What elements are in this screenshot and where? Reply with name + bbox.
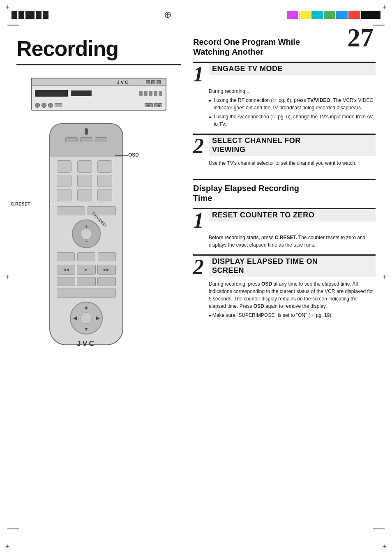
vcr-circle-btn-1 — [35, 103, 40, 108]
vcr-transport-buttons — [139, 91, 162, 96]
remote-wide-row-2 — [50, 251, 122, 263]
section1-heading: Record One Program While Watching Anothe… — [193, 37, 376, 57]
remote-top-buttons — [65, 137, 107, 142]
vcr-body: JVC — [31, 78, 166, 111]
step2-title-block: SELECT CHANNEL FOR VIEWING — [209, 135, 376, 156]
color-block-black — [361, 11, 380, 19]
remote-num-btn-3 — [97, 160, 112, 173]
remote-small-btn-3 — [95, 137, 107, 142]
section2-step1-container: 1 RESET COUNTER TO ZERO Before recording… — [193, 208, 376, 253]
step1-container: 1 ENGAGE TV MODE During recording... If … — [193, 62, 376, 132]
right-column: Record One Program While Watching Anothe… — [193, 37, 376, 325]
step1-bullet-1: If using the RF connection (☞ pg. 6), pr… — [209, 97, 376, 111]
step1-header: 1 ENGAGE TV MODE — [193, 63, 376, 85]
color-block-green — [324, 11, 335, 19]
remote-transport-row: ◀◀ ▶ ▶▶ — [50, 263, 122, 276]
remote-up-arrow-icon: ▲ — [84, 304, 89, 310]
vcr-track-btn-rev: |◀ — [154, 103, 162, 107]
step1-subtitle: During recording... — [209, 88, 376, 95]
vcr-transport-btn-3 — [149, 91, 152, 96]
vcr-transport-btn-2 — [144, 91, 148, 96]
remote-number-grid — [50, 157, 122, 205]
remote-num-btn-1 — [57, 160, 71, 173]
osd-label: OSD — [128, 152, 139, 158]
registration-mark-mr: + — [383, 273, 387, 281]
section2-step2-content: During recording, press OSD at any time … — [193, 278, 376, 323]
section2-step1-title-block: RESET COUNTER TO ZERO — [209, 209, 376, 222]
vcr-small-buttons — [146, 80, 161, 84]
remote-brand-label: JVC — [50, 337, 122, 351]
remote-btn-play: ▶ — [77, 265, 95, 275]
step2-number: 2 — [193, 135, 209, 157]
remote-btn-pause — [97, 277, 116, 286]
vcr-illustration: JVC — [29, 74, 168, 119]
vcr-transport-btn-1 — [139, 91, 143, 96]
remote-small-btn-2 — [80, 137, 92, 142]
remote-dir-center — [81, 312, 92, 324]
section2-step1-text: Before recording starts, press C.RESET. … — [209, 234, 376, 249]
remote-btn-stop — [77, 277, 95, 286]
vcr-middle-row — [32, 86, 166, 101]
vcr-track-area: ▶| |◀ — [145, 103, 162, 107]
remote-top-section — [50, 124, 122, 157]
remote-right-arrow-icon: ▶ — [96, 315, 99, 321]
remote-illustration: + − ◀◀ ▶ ▶▶ ▲ ▼ ◀ — [41, 123, 131, 353]
vcr-display — [71, 90, 92, 96]
top-bar: ⊕ — [7, 7, 385, 22]
section2-step2-header: 2 DISPLAY ELAPSED TIME ON SCREEN — [193, 256, 376, 278]
step1-number: 1 — [193, 63, 209, 85]
color-block-yellow — [299, 11, 311, 19]
section2-step2-container: 2 DISPLAY ELAPSED TIME ON SCREEN During … — [193, 254, 376, 323]
step1-content: During recording... If using the RF conn… — [193, 85, 376, 132]
top-center-crosshair: ⊕ — [48, 10, 287, 19]
color-block-cyan — [311, 11, 323, 19]
step2-title: SELECT CHANNEL FOR VIEWING — [212, 136, 372, 154]
remote-btn-rec — [57, 277, 75, 286]
remote-wide-btn-1 — [57, 206, 85, 215]
section2-step2-title: DISPLAY ELAPSED TIME ON SCREEN — [212, 257, 372, 275]
remote-left-arrow-icon: ◀ — [73, 315, 77, 321]
remote-num-btn-4 — [57, 175, 71, 187]
top-bar-left-strips — [12, 11, 48, 19]
remote-num-btn-9 — [97, 189, 112, 201]
section2: Display Elapsed Recording Time 1 RESET C… — [193, 179, 376, 323]
creset-label: C.RESET — [11, 201, 30, 206]
vcr-tape-slot — [35, 90, 68, 97]
remote-dial-center — [81, 228, 92, 240]
main-title: Recording — [16, 37, 181, 65]
remote-stop-row — [50, 276, 122, 287]
step1-title: ENGAGE TV MODE — [212, 65, 372, 74]
remote-btn-ff: ▶▶ — [97, 265, 116, 275]
remote-num-btn-8 — [77, 189, 92, 201]
vcr-rect-btn-1 — [55, 103, 62, 107]
step2-text: Use the TV's channel selector to set the… — [209, 159, 376, 167]
center-crosshair-icon: ⊕ — [164, 10, 171, 19]
remote-wide-btn-5 — [98, 252, 116, 261]
remote-ir-emitter — [85, 128, 88, 135]
remote-wide-btn-4 — [77, 252, 95, 261]
color-block-blue — [336, 11, 348, 19]
left-column: Recording JVC — [16, 37, 181, 123]
section2-step2-number: 2 — [193, 256, 209, 278]
top-bar-right-colors — [287, 11, 380, 19]
remote-num-btn-6 — [97, 175, 112, 187]
remote-num-btn-5 — [77, 175, 92, 187]
remote-channel-dial: + − — [72, 219, 101, 248]
remote-wide-row — [50, 205, 122, 217]
vcr-transport-btn-4 — [154, 91, 157, 96]
section2-step2-bullet: Make sure "SUPERIMPOSE" is set to "ON" (… — [209, 312, 376, 319]
remote-btn-rew: ◀◀ — [57, 265, 75, 275]
section2-step1-content: Before recording starts, press C.RESET. … — [193, 231, 376, 253]
section2-step2-text: During recording, press OSD at any time … — [209, 280, 376, 310]
color-block-magenta — [287, 11, 298, 19]
step2-content: Use the TV's channel selector to set the… — [193, 157, 376, 171]
remote-num-btn-7 — [57, 189, 71, 201]
vcr-small-btn-3 — [157, 80, 161, 84]
vcr-small-btn-2 — [151, 80, 155, 84]
section2-step2-title-block: DISPLAY ELAPSED TIME ON SCREEN — [209, 256, 376, 277]
remote-wide-btn-6 — [57, 289, 116, 298]
vcr-track-btn-fwd: ▶| — [145, 103, 153, 107]
remote-wide-row-3 — [50, 287, 122, 299]
vcr-circle-btn-2 — [42, 103, 46, 108]
remote-dir-pad: ▲ ▼ ◀ ▶ — [70, 302, 103, 335]
